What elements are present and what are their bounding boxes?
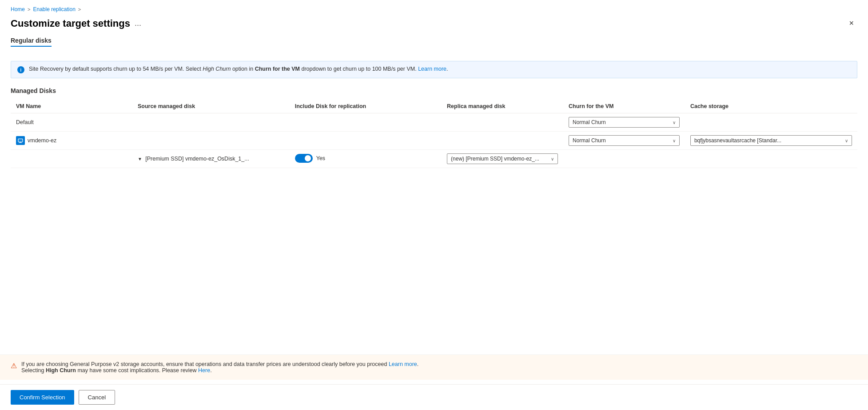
table-header-row: VM Name Source managed disk Include Disk… xyxy=(11,100,857,113)
churn-disk xyxy=(563,150,685,168)
col-header-include: Include Disk for replication xyxy=(290,100,442,113)
vmname-disk xyxy=(11,150,132,168)
table-row: vmdemo-ez Normal Churn ∨ bqfjybsasnevaul… xyxy=(11,132,857,150)
breadcrumb-home[interactable]: Home xyxy=(11,6,25,12)
breadcrumb-sep1: > xyxy=(28,7,30,12)
toggle-label: Yes xyxy=(316,155,325,161)
warning-here-link[interactable]: Here xyxy=(198,367,210,374)
churn-default[interactable]: Normal Churn ∨ xyxy=(563,113,685,132)
regular-disks-title: Regular disks xyxy=(11,37,52,47)
cache-dropdown-vm[interactable]: bqfjybsasnevaultasrcache [Standar... ∨ xyxy=(690,135,852,146)
replica-default xyxy=(442,113,563,132)
vm-icon xyxy=(16,136,25,145)
warning-learn-more-link[interactable]: Learn more xyxy=(389,361,417,367)
info-banner-text: Site Recovery by default supports churn … xyxy=(29,66,448,72)
svg-rect-0 xyxy=(18,139,23,142)
panel-header: Customize target settings ... × xyxy=(0,15,868,37)
toggle-thumb xyxy=(305,155,311,161)
warning-text: If you are choosing General Purpose v2 s… xyxy=(21,361,418,374)
col-header-vmname: VM Name xyxy=(11,100,132,113)
chevron-down-icon: ∨ xyxy=(845,138,848,143)
managed-disks-title: Managed Disks xyxy=(11,87,857,94)
chevron-down-icon: ∨ xyxy=(673,138,676,143)
cache-vm[interactable]: bqfjybsasnevaultasrcache [Standar... ∨ xyxy=(685,132,857,150)
page-title: Customize target settings xyxy=(11,18,130,29)
col-header-sourcedisk: Source managed disk xyxy=(132,100,290,113)
cache-disk xyxy=(685,150,857,168)
col-header-cache: Cache storage xyxy=(685,100,857,113)
breadcrumb: Home > Enable replication > xyxy=(0,0,868,15)
chevron-down-icon: ∨ xyxy=(673,120,676,125)
include-toggle[interactable]: Yes xyxy=(295,154,325,163)
replica-disk[interactable]: (new) [Premium SSD] vmdemo-ez_... ∨ xyxy=(442,150,563,168)
replica-dropdown[interactable]: (new) [Premium SSD] vmdemo-ez_... ∨ xyxy=(447,153,558,164)
col-header-replica: Replica managed disk xyxy=(442,100,563,113)
sourcedisk-vm xyxy=(132,132,290,150)
info-learn-more-link[interactable]: Learn more xyxy=(418,66,446,72)
vmname-default: Default xyxy=(11,113,132,132)
toggle-track[interactable] xyxy=(295,154,313,163)
replica-vm xyxy=(442,132,563,150)
churn-vm[interactable]: Normal Churn ∨ xyxy=(563,132,685,150)
svg-rect-2 xyxy=(19,143,22,143)
bottom-actions: Confirm Selection Cancel xyxy=(0,384,868,410)
bottom-warning: ⚠ If you are choosing General Purpose v2… xyxy=(0,354,868,380)
more-icon[interactable]: ... xyxy=(135,19,141,28)
sourcedisk-default xyxy=(132,113,290,132)
info-banner: i Site Recovery by default supports chur… xyxy=(11,61,857,78)
confirm-button[interactable]: Confirm Selection xyxy=(11,390,74,405)
panel-body: Regular disks i Site Recovery by default… xyxy=(0,37,868,168)
disk-triangle-icon: ▼ xyxy=(138,157,142,161)
include-disk[interactable]: Yes xyxy=(290,150,442,168)
disk-table: VM Name Source managed disk Include Disk… xyxy=(11,100,857,168)
svg-rect-1 xyxy=(20,142,21,143)
cache-default xyxy=(685,113,857,132)
churn-dropdown-vm[interactable]: Normal Churn ∨ xyxy=(569,135,680,146)
vmname-cell: vmdemo-ez xyxy=(11,132,132,150)
close-button[interactable]: × xyxy=(845,17,857,30)
warning-icon: ⚠ xyxy=(11,362,17,370)
svg-rect-3 xyxy=(18,140,23,140)
chevron-down-icon: ∨ xyxy=(551,157,554,161)
breadcrumb-enable-replication[interactable]: Enable replication xyxy=(33,6,75,12)
breadcrumb-sep2: > xyxy=(78,7,81,12)
churn-dropdown-default[interactable]: Normal Churn ∨ xyxy=(569,117,680,128)
info-icon: i xyxy=(17,66,24,73)
sourcedisk-disk: ▼ [Premium SSD] vmdemo-ez_OsDisk_1_... xyxy=(132,150,290,168)
table-row: ▼ [Premium SSD] vmdemo-ez_OsDisk_1_... Y… xyxy=(11,150,857,168)
col-header-churn: Churn for the VM xyxy=(563,100,685,113)
include-default xyxy=(290,113,442,132)
cancel-button[interactable]: Cancel xyxy=(79,390,115,405)
table-row: Default Normal Churn ∨ xyxy=(11,113,857,132)
include-vm xyxy=(290,132,442,150)
